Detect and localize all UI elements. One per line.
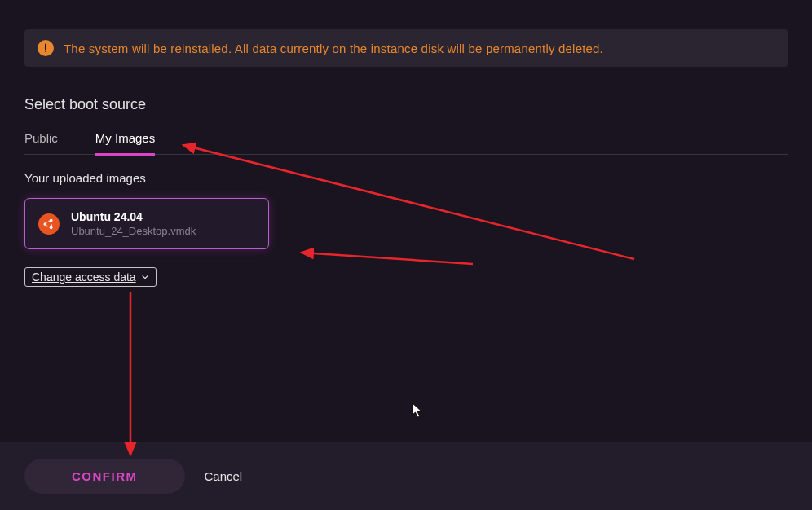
chevron-down-icon [141,273,149,281]
cursor-icon [412,402,425,419]
footer: CONFIRM Cancel [0,442,812,510]
warning-icon [38,40,54,56]
tab-my-images[interactable]: My Images [95,131,155,156]
access-data-dropdown[interactable]: Change access data [24,267,157,287]
cancel-button[interactable]: Cancel [205,469,243,483]
image-name: Ubuntu 24.04 [71,210,196,223]
image-info: Ubuntu 24.04 Ubuntu_24_Desktop.vmdk [71,210,196,237]
tabs: Public My Images [24,131,788,155]
section-title: Select boot source [24,96,788,113]
warning-text: The system will be reinstalled. All data… [64,42,603,55]
ubuntu-icon [38,213,60,235]
warning-banner: The system will be reinstalled. All data… [24,29,788,67]
tab-public[interactable]: Public [24,131,58,156]
subsection-title: Your uploaded images [24,171,788,185]
access-dropdown-label: Change access data [32,270,136,284]
image-file: Ubuntu_24_Desktop.vmdk [71,225,196,237]
svg-point-0 [45,51,46,52]
image-card[interactable]: Ubuntu 24.04 Ubuntu_24_Desktop.vmdk [24,198,269,249]
confirm-button[interactable]: CONFIRM [24,459,185,494]
